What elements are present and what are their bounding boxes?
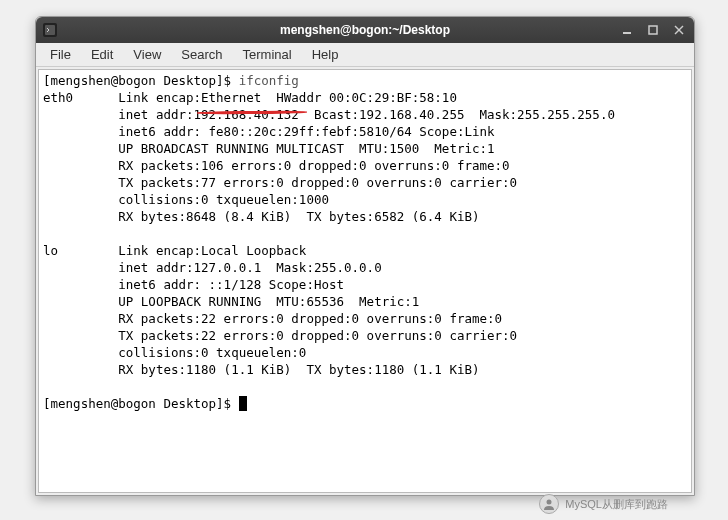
output-eth0-bytes: RX bytes:8648 (8.4 KiB) TX bytes:6582 (6…: [43, 209, 480, 224]
menu-view[interactable]: View: [123, 45, 171, 64]
window-controls: [618, 21, 688, 39]
minimize-button[interactable]: [618, 21, 636, 39]
output-eth0-flags: UP BROADCAST RUNNING MULTICAST MTU:1500 …: [43, 141, 495, 156]
command-ifconfig: ifconfig: [239, 73, 299, 88]
output-eth0-inet: inet addr:192.168.40.132 Bcast:192.168.4…: [43, 107, 615, 122]
menu-terminal[interactable]: Terminal: [233, 45, 302, 64]
output-lo-tx-packets: TX packets:22 errors:0 dropped:0 overrun…: [43, 328, 517, 343]
output-lo-collisions: collisions:0 txqueuelen:0: [43, 345, 306, 360]
close-button[interactable]: [670, 21, 688, 39]
svg-rect-3: [649, 26, 657, 34]
menu-help[interactable]: Help: [302, 45, 349, 64]
terminal-window: mengshen@bogon:~/Desktop File Edit View …: [35, 16, 695, 496]
svg-point-6: [547, 500, 552, 505]
output-eth0-rx-packets: RX packets:106 errors:0 dropped:0 overru…: [43, 158, 510, 173]
output-lo-rx-packets: RX packets:22 errors:0 dropped:0 overrun…: [43, 311, 502, 326]
terminal-app-icon: [42, 22, 58, 38]
menu-file[interactable]: File: [40, 45, 81, 64]
output-lo-bytes: RX bytes:1180 (1.1 KiB) TX bytes:1180 (1…: [43, 362, 480, 377]
watermark: MySQL从删库到跑路: [539, 494, 668, 514]
output-lo-flags: UP LOOPBACK RUNNING MTU:65536 Metric:1: [43, 294, 419, 309]
output-eth0-link: eth0 Link encap:Ethernet HWaddr 00:0C:29…: [43, 90, 457, 105]
terminal-output[interactable]: [mengshen@bogon Desktop]$ ifconfig eth0 …: [38, 69, 692, 493]
cursor: [239, 396, 247, 411]
output-eth0-collisions: collisions:0 txqueuelen:1000: [43, 192, 329, 207]
maximize-button[interactable]: [644, 21, 662, 39]
watermark-avatar-icon: [539, 494, 559, 514]
prompt-line-1: [mengshen@bogon Desktop]$ ifconfig: [43, 73, 299, 88]
output-lo-inet: inet addr:127.0.0.1 Mask:255.0.0.0: [43, 260, 382, 275]
menubar: File Edit View Search Terminal Help: [36, 43, 694, 67]
titlebar: mengshen@bogon:~/Desktop: [36, 17, 694, 43]
prompt-line-2: [mengshen@bogon Desktop]$: [43, 396, 239, 411]
menu-search[interactable]: Search: [171, 45, 232, 64]
output-eth0-inet6: inet6 addr: fe80::20c:29ff:febf:5810/64 …: [43, 124, 495, 139]
svg-rect-1: [45, 25, 55, 35]
prompt-text-2: [mengshen@bogon Desktop]$: [43, 396, 239, 411]
prompt-text: [mengshen@bogon Desktop]$: [43, 73, 239, 88]
window-title: mengshen@bogon:~/Desktop: [280, 23, 450, 37]
output-eth0-tx-packets: TX packets:77 errors:0 dropped:0 overrun…: [43, 175, 517, 190]
output-lo-inet6: inet6 addr: ::1/128 Scope:Host: [43, 277, 344, 292]
menu-edit[interactable]: Edit: [81, 45, 123, 64]
watermark-text: MySQL从删库到跑路: [565, 497, 668, 512]
output-lo-link: lo Link encap:Local Loopback: [43, 243, 306, 258]
